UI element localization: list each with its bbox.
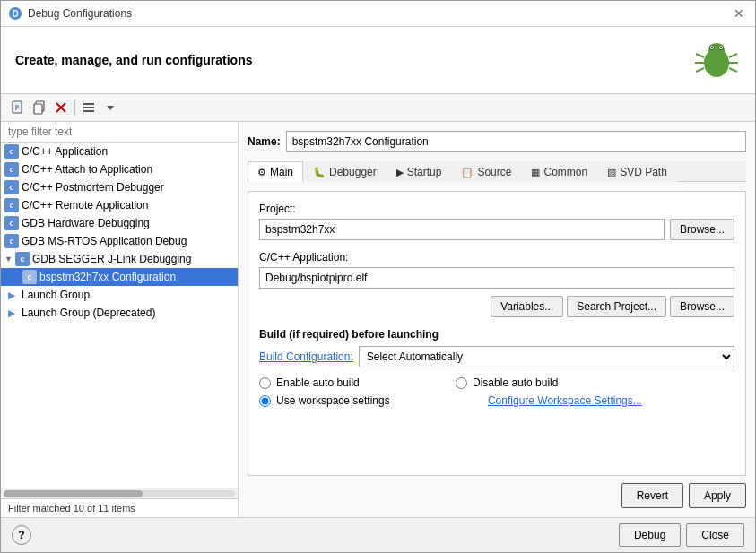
build-section: Build (if required) before launching Bui… xyxy=(259,328,734,407)
header-area: Create, manage, and run configurations xyxy=(1,27,755,94)
main-tab-icon: ⚙ xyxy=(257,167,266,178)
tree-item-label: GDB MS-RTOS Application Debug xyxy=(22,235,187,247)
svg-line-6 xyxy=(696,54,704,57)
apply-button[interactable]: Apply xyxy=(689,483,746,508)
use-workspace-label: Use workspace settings xyxy=(276,394,390,407)
footer-bar: ? Debug Close xyxy=(1,517,755,552)
help-button[interactable]: ? xyxy=(12,525,31,545)
app-btn-row: Variables... Search Project... Browse... xyxy=(259,296,734,317)
duplicate-icon xyxy=(32,100,47,115)
app-browse-button[interactable]: Browse... xyxy=(670,296,734,317)
project-input-row: Browse... xyxy=(259,219,734,240)
tab-startup-label: Startup xyxy=(407,166,442,178)
bottom-actions: Revert Apply xyxy=(248,476,746,508)
tree-item-gdb-segger[interactable]: ▼ c GDB SEGGER J-Link Debugging xyxy=(1,250,238,268)
build-config-row: Build Configuration: Select Automaticall… xyxy=(259,346,734,367)
expand-arrow-icon: ▼ xyxy=(4,255,15,264)
close-window-button[interactable]: ✕ xyxy=(730,6,748,21)
filter-input[interactable] xyxy=(1,122,238,143)
debug-button[interactable]: Debug xyxy=(619,523,681,547)
tree-item-label: bspstm32h7xx Configuration xyxy=(39,271,176,283)
tab-svd-label: SVD Path xyxy=(620,166,667,178)
svg-rect-26 xyxy=(83,107,94,108)
tree-item-label: GDB SEGGER J-Link Debugging xyxy=(32,253,191,265)
scrollbar-track xyxy=(4,490,235,497)
launch-dep-icon: ▶ xyxy=(4,306,19,320)
tree-item-bspstm32h7xx[interactable]: c bspstm32h7xx Configuration xyxy=(1,268,238,286)
c-icon: c xyxy=(4,162,19,177)
tree-item-label: Launch Group xyxy=(22,289,90,301)
tree-item-label: C/C++ Application xyxy=(22,145,108,158)
tab-svd-path[interactable]: ▧ SVD Path xyxy=(597,161,677,182)
app-input[interactable] xyxy=(259,267,734,289)
search-project-button[interactable]: Search Project... xyxy=(567,296,666,317)
header-title: Create, manage, and run configurations xyxy=(15,53,253,67)
enable-auto-build-label: Enable auto build xyxy=(276,376,360,389)
tab-startup[interactable]: ▶ Startup xyxy=(387,161,452,182)
revert-button[interactable]: Revert xyxy=(621,483,683,508)
new-config-button[interactable] xyxy=(8,98,28,117)
project-label: Project: xyxy=(259,203,734,215)
use-workspace-radio[interactable] xyxy=(259,395,271,407)
project-input[interactable] xyxy=(259,219,665,240)
close-button[interactable]: Close xyxy=(686,523,744,547)
tab-source[interactable]: 📋 Source xyxy=(451,161,521,182)
collapse-all-button[interactable] xyxy=(79,98,99,117)
title-bar: D Debug Configurations ✕ xyxy=(1,1,755,27)
common-tab-icon: ▦ xyxy=(531,167,540,178)
use-workspace-row: Use workspace settings Configure Workspa… xyxy=(259,394,734,407)
horizontal-scrollbar[interactable] xyxy=(1,488,238,498)
app-icon: D xyxy=(8,6,22,21)
startup-tab-icon: ▶ xyxy=(396,167,404,178)
title-bar-left: D Debug Configurations xyxy=(8,6,132,21)
configure-workspace-link[interactable]: Configure Workspace Settings... xyxy=(488,394,642,407)
more-options-button[interactable] xyxy=(100,98,120,117)
new-icon xyxy=(11,100,25,115)
build-config-select[interactable]: Select Automatically xyxy=(359,346,734,367)
footer-right: Debug Close xyxy=(619,523,744,547)
delete-config-button[interactable] xyxy=(51,98,71,117)
tree-item-launch-group-dep[interactable]: ▶ Launch Group (Deprecated) xyxy=(1,304,238,322)
form-body: Project: Browse... C/C++ Application: Va… xyxy=(248,191,746,476)
tab-common[interactable]: ▦ Common xyxy=(521,161,597,182)
content-area: c C/C++ Application c C/C++ Attach to Ap… xyxy=(1,122,755,517)
name-label: Name: xyxy=(248,135,281,148)
svg-marker-28 xyxy=(107,106,114,110)
tabs-bar: ⚙ Main 🐛 Debugger ▶ Startup 📋 Source ▦ xyxy=(248,161,746,182)
disable-auto-build-label: Disable auto build xyxy=(473,376,558,389)
dialog-title: Debug Configurations xyxy=(28,7,132,20)
debugger-tab-icon: 🐛 xyxy=(313,167,326,178)
tab-main[interactable]: ⚙ Main xyxy=(248,161,303,182)
tree-item-cpp-app[interactable]: c C/C++ Application xyxy=(1,143,238,160)
tree-item-cpp-remote[interactable]: c C/C++ Remote Application xyxy=(1,196,238,214)
duplicate-config-button[interactable] xyxy=(30,98,49,117)
filter-status: Filter matched 10 of 11 items xyxy=(1,498,238,517)
config-name-input[interactable] xyxy=(286,131,746,152)
svg-point-14 xyxy=(711,47,713,48)
enable-auto-build-radio[interactable] xyxy=(259,377,271,389)
disable-auto-build-radio[interactable] xyxy=(456,377,467,389)
collapse-icon xyxy=(82,100,96,115)
svg-rect-22 xyxy=(34,104,42,114)
svg-line-11 xyxy=(729,68,737,72)
tab-source-label: Source xyxy=(477,166,511,178)
tab-debugger[interactable]: 🐛 Debugger xyxy=(303,161,387,182)
dropdown-arrow-icon xyxy=(103,100,117,115)
toolbar-dropdown[interactable] xyxy=(100,98,120,117)
tree-item-gdb-msrtos[interactable]: c GDB MS-RTOS Application Debug xyxy=(1,232,238,250)
svg-text:D: D xyxy=(12,9,18,19)
build-config-link[interactable]: Build Configuration: xyxy=(259,350,353,363)
c-icon: c xyxy=(4,198,19,212)
variables-button[interactable]: Variables... xyxy=(491,296,563,317)
project-browse-button[interactable]: Browse... xyxy=(670,219,734,240)
tree-item-label: C/C++ Remote Application xyxy=(22,199,148,212)
tree-item-launch-group[interactable]: ▶ Launch Group xyxy=(1,286,238,304)
c-icon: c xyxy=(4,234,19,248)
app-section: C/C++ Application: Variables... Search P… xyxy=(259,251,734,317)
svg-line-8 xyxy=(696,68,704,72)
svg-point-15 xyxy=(720,47,722,48)
tree-item-gdb-hw[interactable]: c GDB Hardware Debugging xyxy=(1,214,238,232)
tree-item-cpp-postmortem[interactable]: c C/C++ Postmortem Debugger xyxy=(1,178,238,196)
c-icon: c xyxy=(4,216,19,230)
tree-item-cpp-attach[interactable]: c C/C++ Attach to Application xyxy=(1,160,238,178)
